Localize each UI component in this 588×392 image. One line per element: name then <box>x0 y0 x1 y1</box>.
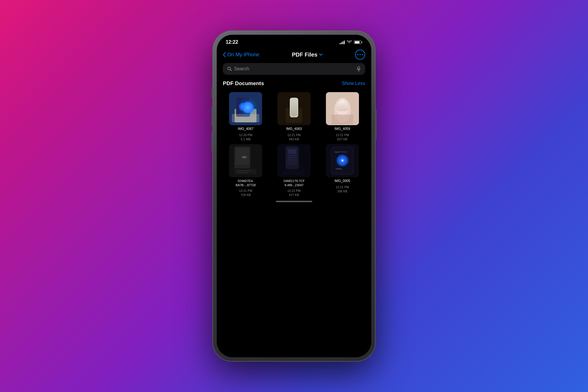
list-item[interactable]: 24AB1179-7CF9-485...23047 12:21 PM477 KB <box>271 144 317 197</box>
svg-rect-10 <box>237 98 249 115</box>
file-name: 024AD7E4-BA7B-...87728 <box>236 179 256 187</box>
svg-point-48 <box>342 160 343 161</box>
svg-point-1 <box>360 54 361 55</box>
volume-down-button[interactable] <box>211 132 213 151</box>
file-thumbnail <box>326 92 359 125</box>
svg-rect-4 <box>358 66 360 69</box>
wifi-icon <box>347 40 352 44</box>
back-label: On My iPhone <box>227 52 259 58</box>
svg-point-19 <box>292 113 296 117</box>
svg-rect-7 <box>229 92 262 125</box>
svg-text:nearby: nearby <box>336 168 342 170</box>
svg-rect-35 <box>288 149 296 154</box>
svg-rect-29 <box>235 169 256 174</box>
svg-rect-37 <box>288 157 296 158</box>
svg-rect-38 <box>288 159 294 160</box>
file-meta: 12:21 PM942 KB <box>287 133 300 142</box>
file-meta: 12:20 PM5.1 MB <box>239 133 252 142</box>
search-bar[interactable]: Search <box>223 63 365 75</box>
file-name: IMG_4059 <box>335 127 350 131</box>
file-thumbnail <box>277 144 311 177</box>
file-thumbnail <box>277 92 311 125</box>
svg-rect-16 <box>290 98 298 117</box>
list-item[interactable]: IMG_4067 12:20 PM5.1 MB <box>223 92 269 141</box>
search-icon <box>227 67 232 71</box>
svg-rect-15 <box>286 108 302 123</box>
chevron-down-icon <box>319 53 323 56</box>
svg-rect-17 <box>291 99 297 115</box>
search-placeholder: Search <box>234 66 354 72</box>
signal-icon <box>340 40 345 44</box>
status-time: 12:22 <box>226 39 238 45</box>
file-meta: 12:21 PM729 KB <box>239 189 252 197</box>
list-item[interactable]: PDF 024AD7E4-BA7B-...87728 12:21 PM729 K… <box>223 144 269 197</box>
nav-bar: On My iPhone PDF Files <box>217 47 371 63</box>
svg-rect-36 <box>288 155 296 156</box>
svg-text:Apple Pencil: Apple Pencil <box>334 151 347 153</box>
battery-icon <box>354 40 362 44</box>
nav-title: PDF Files <box>292 52 317 58</box>
dynamic-island <box>276 39 312 49</box>
volume-up-button[interactable] <box>211 106 213 126</box>
more-button[interactable] <box>355 50 365 60</box>
microphone-icon[interactable] <box>357 66 361 71</box>
home-indicator <box>276 201 312 202</box>
file-meta: 12:21 PM206 KB <box>336 185 349 194</box>
section-header: PDF Documents Show Less <box>217 80 371 92</box>
file-name: 24AB1179-7CF9-485...23047 <box>283 179 305 187</box>
phone-screen: 12:22 <box>217 35 371 357</box>
svg-point-0 <box>357 54 358 55</box>
list-item[interactable]: IMG_4063 12:21 PM942 KB <box>271 92 317 141</box>
mute-button[interactable] <box>211 87 213 98</box>
phone-wrapper: 12:22 <box>213 31 375 361</box>
file-thumbnail <box>229 92 262 125</box>
file-thumbnail: Apple Pencil nearby <box>326 144 359 177</box>
svg-text:PDF: PDF <box>242 156 247 159</box>
svg-point-13 <box>242 106 244 108</box>
list-item[interactable]: Apple Pencil nearby IMG_0005 12:21 PM206… <box>319 144 365 197</box>
power-button[interactable] <box>375 109 377 140</box>
svg-point-11 <box>239 103 247 111</box>
file-name: IMG_0005 <box>335 179 350 183</box>
svg-rect-23 <box>332 115 353 124</box>
file-meta: 12:21 PM827 KB <box>336 133 349 142</box>
section-title: PDF Documents <box>223 80 264 87</box>
svg-point-24 <box>340 99 345 107</box>
status-icons <box>340 40 362 44</box>
svg-point-12 <box>241 104 245 109</box>
file-meta: 12:21 PM477 KB <box>287 189 300 197</box>
svg-rect-18 <box>292 101 296 101</box>
file-grid: IMG_4067 12:20 PM5.1 MB <box>217 92 371 197</box>
list-item[interactable]: IMG_4059 12:21 PM827 KB <box>319 92 365 141</box>
file-thumbnail: PDF <box>229 144 262 177</box>
back-button[interactable]: On My iPhone <box>223 52 259 58</box>
svg-point-2 <box>362 54 363 55</box>
file-name: IMG_4067 <box>238 127 253 131</box>
file-name: IMG_4063 <box>286 127 302 131</box>
nav-title-group[interactable]: PDF Files <box>292 52 322 58</box>
show-less-button[interactable]: Show Less <box>342 81 365 86</box>
svg-rect-39 <box>283 169 305 176</box>
